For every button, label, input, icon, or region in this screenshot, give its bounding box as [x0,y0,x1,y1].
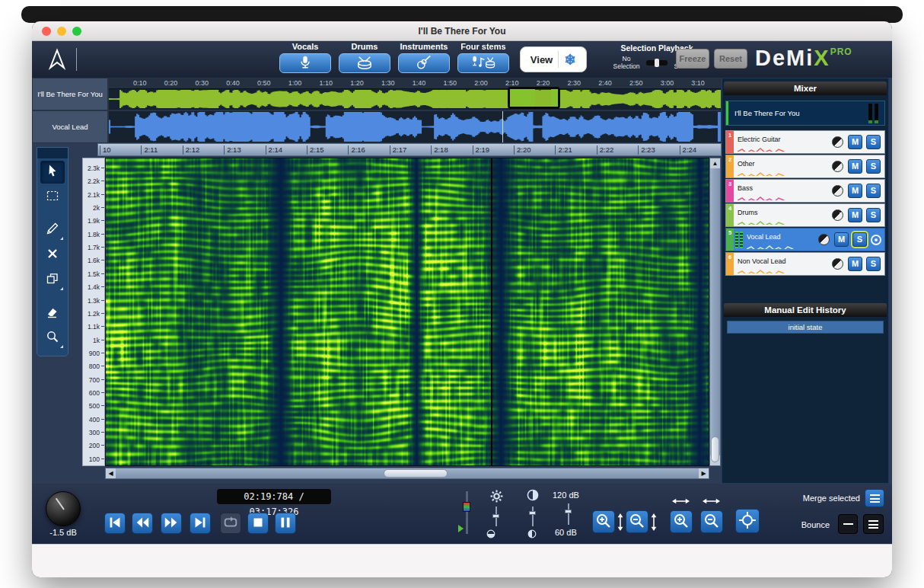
zoom-tool[interactable] [40,327,65,350]
reset-button[interactable]: Reset [714,49,747,69]
selection-left-handle[interactable] [510,89,535,107]
spectrogram-playhead[interactable] [491,158,492,465]
zoom-out-horizontal-button[interactable] [700,510,723,533]
marquee-select-tool[interactable] [40,186,65,209]
stem-button-vocals[interactable] [279,53,331,73]
zoom-out-vertical-button[interactable] [626,510,648,533]
mixer-track-vocal-lead[interactable]: 5Vocal LeadMS [725,228,885,251]
db-range-slider-thumb[interactable] [565,510,572,513]
pan-knob[interactable] [818,234,830,245]
solo-target-icon[interactable] [871,235,881,245]
volume-knob[interactable] [46,491,81,526]
bounce-remove-button[interactable] [838,514,858,534]
skip-end-button[interactable] [190,513,211,534]
selection-right-handle[interactable] [551,89,558,107]
pause-button[interactable] [275,513,296,534]
contrast-slider[interactable] [532,507,534,526]
selection-playback-slider[interactable] [646,60,668,66]
pan-knob[interactable] [832,136,843,148]
colormap-slider[interactable] [461,491,472,535]
vertical-arrows-icon[interactable] [617,513,624,534]
stem-button-drums[interactable] [339,53,390,73]
mixer-track-bass[interactable]: 3BassMS [725,179,885,203]
solo-button[interactable]: S [866,257,881,271]
clone-tool[interactable] [40,269,65,292]
mute-button[interactable]: M [848,257,862,271]
fast-forward-button[interactable] [161,513,182,534]
scroll-left-button[interactable]: ◀ [106,468,116,478]
solo-button[interactable]: S [866,159,881,174]
pan-knob[interactable] [832,185,843,197]
vertical-scrollbar[interactable]: ▲ ▼ [709,158,721,466]
overview-waveform[interactable] [109,89,721,109]
horizontal-arrows-icon[interactable] [703,494,720,508]
vertical-scroll-track[interactable] [710,168,720,455]
contrast-icon [527,489,539,504]
time-ruler-tick: 2:23 [641,145,655,154]
delete-tool[interactable] [40,244,65,267]
pan-knob[interactable] [832,161,843,172]
brush-tool[interactable] [40,219,65,241]
view-button[interactable]: View ❄ [520,46,587,72]
colormap-slider-thumb[interactable] [463,502,470,512]
horizontal-scrollbar[interactable]: ◀ ▶ [105,468,709,479]
overview-track[interactable]: 0:100:200:300:400:501:001:101:201:301:40… [108,78,722,110]
eraser-tool[interactable] [40,302,65,324]
selection-playback-thumb[interactable] [655,59,659,67]
loop-button[interactable] [220,513,241,534]
track-number-tab: 6 [726,253,734,275]
x-icon [46,247,59,264]
pan-knob[interactable] [832,258,843,270]
zoomed-time-ruler[interactable]: 102:112:122:132:142:152:162:172:182:192:… [97,143,722,156]
zoom-in-horizontal-button[interactable] [670,510,693,533]
mixer-track-non-vocal-lead[interactable]: 6Non Vocal LeadMS [725,252,885,276]
mute-button[interactable]: M [848,184,862,198]
pointer-tool[interactable] [40,161,65,184]
merge-menu-button[interactable] [865,489,884,507]
horizontal-scroll-thumb[interactable] [384,469,448,478]
skip-start-button[interactable] [104,513,126,534]
mixer-track-electric-guitar[interactable]: 1Electric GuitarMS [725,130,885,154]
mixer-track-drums[interactable]: 4DrumsMS [725,203,885,227]
freeze-button[interactable]: Freeze [676,49,709,69]
rewind-button[interactable] [132,513,153,534]
pan-knob[interactable] [832,209,843,221]
solo-button[interactable]: S [866,135,881,149]
mixer-track-other[interactable]: 2OtherMS [725,155,885,178]
horizontal-arrows-icon[interactable] [672,494,690,508]
view-region-selector[interactable] [508,87,560,109]
mute-button[interactable]: M [848,159,862,174]
settings-gear-icon[interactable] [490,490,503,506]
spectrogram-view[interactable] [105,158,709,466]
master-track-row[interactable]: I'll Be There For You [725,101,885,126]
stem-button-four-stems[interactable] [457,53,509,73]
vocal-waveform[interactable] [109,111,721,142]
solo-button[interactable]: S [852,232,867,247]
solo-button[interactable]: S [866,184,881,198]
brightness-slider-thumb[interactable] [492,514,499,518]
track-waveform-icon [738,266,832,273]
vertical-arrows-icon[interactable] [650,513,658,534]
db-range-slider[interactable] [568,503,569,525]
solo-button[interactable]: S [866,208,881,222]
overview-time-ruler[interactable]: 0:100:200:300:400:501:001:101:201:301:40… [109,78,721,89]
mute-button[interactable]: M [834,232,849,247]
scroll-right-button[interactable]: ▶ [699,468,709,478]
stop-button[interactable] [247,513,269,534]
mute-button[interactable]: M [848,135,862,149]
history-item[interactable]: initial state [727,321,884,334]
stem-group-instruments: Instruments [394,42,454,73]
vertical-scroll-thumb[interactable] [711,436,719,462]
zoom-in-vertical-button[interactable] [592,510,615,533]
time-display: 02:19:784 / 03:17:326 [217,489,331,504]
spectrogram-canvas[interactable] [106,158,709,465]
zoom-to-selection-button[interactable] [735,509,760,533]
mute-button[interactable]: M [848,208,862,222]
stem-button-instruments[interactable] [398,53,450,73]
scroll-up-button[interactable]: ▲ [710,158,720,168]
tool-palette-header[interactable] [37,148,68,158]
vocal-lead-track[interactable] [108,110,722,143]
bounce-menu-button[interactable] [863,514,884,534]
contrast-slider-thumb[interactable] [529,511,536,515]
horizontal-scroll-track[interactable] [116,468,699,478]
